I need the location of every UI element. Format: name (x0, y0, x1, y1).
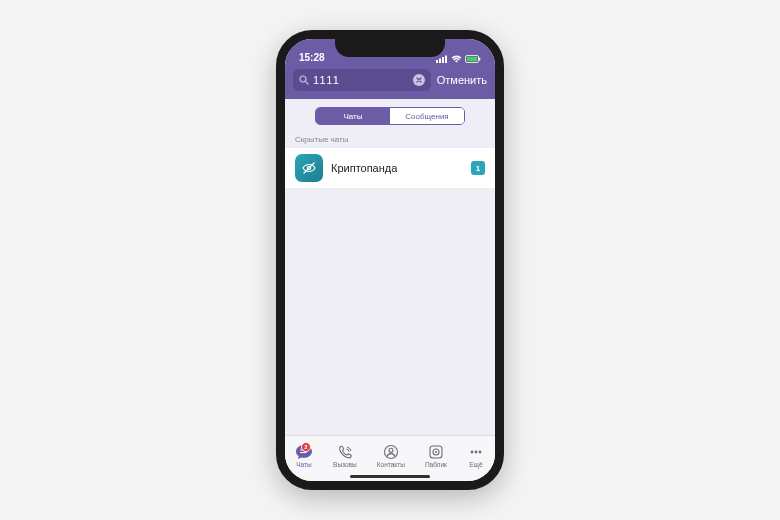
phone-icon (336, 444, 354, 460)
tab-contacts[interactable]: Контакты (377, 444, 405, 468)
signal-icon (436, 55, 448, 63)
search-header: 1111 Отменить (285, 65, 495, 99)
tab-public[interactable]: Паблик (425, 444, 447, 468)
home-indicator (350, 475, 430, 478)
segmented-control: Чаты Сообщения (315, 107, 465, 125)
segmented-wrap: Чаты Сообщения (285, 99, 495, 131)
search-icon (299, 71, 309, 89)
search-value: 1111 (313, 74, 413, 86)
wifi-icon (451, 55, 462, 63)
chat-name: Криптопанда (331, 162, 463, 174)
segment-chats[interactable]: Чаты (316, 108, 390, 124)
avatar (295, 154, 323, 182)
status-indicators (436, 55, 481, 63)
more-icon (467, 444, 485, 460)
svg-point-17 (435, 451, 437, 453)
svg-rect-1 (439, 59, 441, 64)
tab-label: Паблик (425, 461, 447, 468)
status-time: 15:28 (299, 52, 325, 63)
unread-badge: 1 (471, 161, 485, 175)
svg-rect-6 (479, 58, 480, 61)
chat-row[interactable]: Криптопанда 1 (285, 148, 495, 189)
clear-search-button[interactable] (413, 74, 425, 86)
svg-rect-3 (445, 56, 447, 64)
svg-point-14 (389, 448, 393, 452)
tab-label: Контакты (377, 461, 405, 468)
svg-point-18 (471, 450, 474, 453)
phone-frame: 15:28 1111 Отменить Чаты (276, 30, 504, 490)
tab-label: Вызовы (333, 461, 357, 468)
screen: 15:28 1111 Отменить Чаты (285, 39, 495, 481)
tab-chats-badge: 2 (301, 442, 311, 452)
public-icon (427, 444, 445, 460)
close-icon (416, 77, 422, 83)
svg-line-8 (305, 81, 308, 84)
battery-icon (465, 55, 481, 63)
svg-rect-2 (442, 57, 444, 63)
content-background (285, 189, 495, 435)
svg-point-19 (475, 450, 478, 453)
svg-rect-5 (467, 57, 477, 61)
tab-more[interactable]: Ещё (467, 444, 485, 468)
tab-chats[interactable]: 2 Чаты (295, 444, 313, 468)
tab-label: Ещё (469, 461, 482, 468)
notch (335, 39, 445, 57)
svg-point-20 (479, 450, 482, 453)
search-input[interactable]: 1111 (293, 69, 431, 91)
tab-calls[interactable]: Вызовы (333, 444, 357, 468)
contact-icon (382, 444, 400, 460)
section-hidden-chats: Скрытые чаты (285, 131, 495, 148)
svg-rect-0 (436, 60, 438, 63)
hidden-icon (301, 160, 317, 176)
segment-messages[interactable]: Сообщения (390, 108, 464, 124)
tab-label: Чаты (296, 461, 311, 468)
cancel-button[interactable]: Отменить (437, 74, 487, 86)
